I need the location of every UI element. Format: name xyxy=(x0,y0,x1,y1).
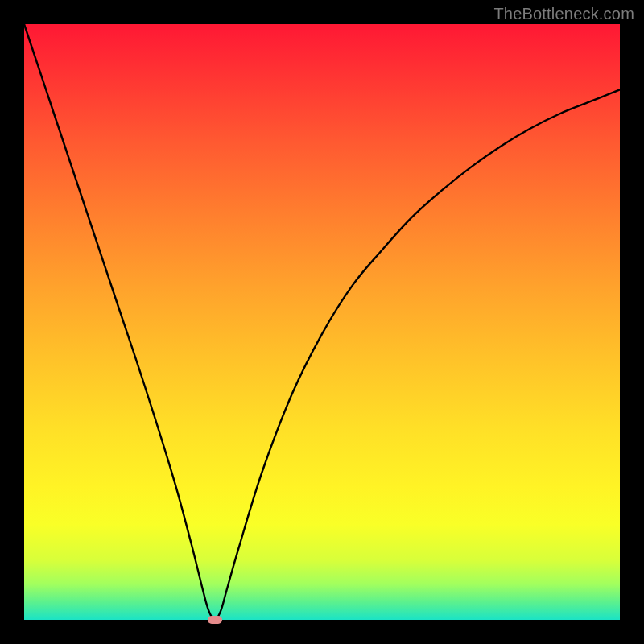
watermark-text: TheBottleneck.com xyxy=(493,5,634,23)
curve-path xyxy=(24,24,620,620)
plot-area xyxy=(24,24,620,620)
chart-frame: TheBottleneck.com xyxy=(0,0,644,644)
minimum-marker xyxy=(208,616,222,624)
bottleneck-curve xyxy=(24,24,620,620)
